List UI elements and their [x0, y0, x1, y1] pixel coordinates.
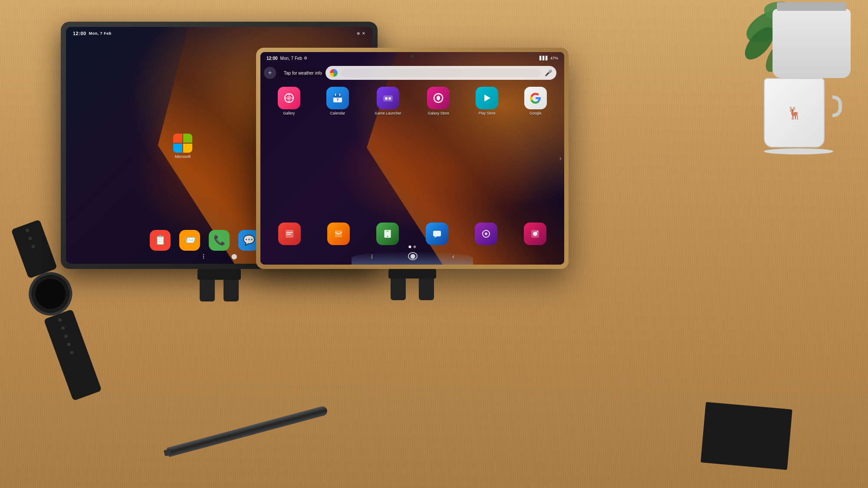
dock-app-1[interactable]: 📋	[150, 230, 171, 251]
svg-point-9	[287, 96, 291, 100]
status-bar-large: 12:00 Mon, 7 Feb ⊕ ✕	[66, 27, 372, 40]
google-g-logo	[330, 69, 338, 77]
svg-marker-25	[484, 95, 490, 102]
status-date-large: Mon, 7 Feb	[89, 31, 112, 36]
svg-point-37	[537, 231, 538, 233]
page-dot-small-2	[414, 246, 416, 248]
svg-point-36	[533, 232, 537, 236]
dock-icon-phone	[376, 223, 399, 245]
gallery-icon	[278, 87, 300, 109]
google-icon	[524, 87, 547, 109]
calendar-icon: 7	[326, 87, 349, 109]
dock-app-red[interactable]	[278, 223, 301, 245]
dock-app-purple[interactable]	[475, 223, 497, 245]
svg-point-29	[387, 236, 388, 237]
svg-rect-15	[333, 95, 342, 98]
svg-rect-19	[383, 95, 393, 102]
svg-rect-27	[286, 232, 293, 233]
microsoft-icon	[173, 134, 192, 153]
status-icons-small: ▋▋▋ 47%	[539, 56, 558, 60]
wifi-icon-large: ⊕	[357, 31, 360, 36]
nav-recents-large[interactable]: ⫶	[202, 252, 205, 260]
dock-app-phone[interactable]	[376, 223, 399, 245]
dock-app-pink[interactable]	[524, 223, 546, 245]
microsoft-label: Microsoft	[175, 154, 191, 159]
playstore-icon	[476, 87, 498, 109]
battery-icon-small: 47%	[550, 56, 558, 60]
coffee-cup: 🦌	[764, 78, 833, 156]
playstore-label: Play Store	[479, 111, 496, 115]
notebook	[700, 402, 792, 470]
app-grid-row1: Gallery 7 Calendar Game Launcher	[265, 87, 560, 115]
nav-bar-small: ⫶ ⬤ ‹	[260, 252, 564, 260]
dock-app-orange[interactable]	[327, 223, 350, 245]
search-input-bar[interactable]	[341, 69, 541, 77]
page-indicators-small	[409, 246, 416, 248]
svg-rect-30	[386, 231, 389, 232]
svg-rect-28	[286, 234, 291, 235]
svg-marker-32	[434, 236, 437, 238]
stand-large	[197, 269, 241, 299]
app-gallery[interactable]: Gallery	[278, 87, 300, 115]
dock-app-2[interactable]: 📨	[179, 230, 200, 251]
status-icons-large: ⊕ ✕	[357, 31, 365, 36]
weather-text: Tap for weather info	[279, 69, 326, 77]
app-calendar[interactable]: 7 Calendar	[326, 87, 349, 115]
signal-icon-large: ✕	[362, 31, 365, 36]
dock-icon-orange	[327, 223, 350, 245]
google-search-bar[interactable]: 🎤	[326, 66, 556, 80]
nav-home-small[interactable]: ⬤	[408, 252, 418, 260]
chevron-right-icon: ›	[559, 154, 562, 162]
dock-app-3[interactable]: 📞	[209, 230, 230, 251]
app-google[interactable]: Google	[524, 87, 547, 115]
status-time-large: 12:00	[73, 31, 86, 36]
plant-pot	[773, 9, 851, 78]
dock-icon-messages	[426, 223, 448, 245]
dock-app-messages[interactable]	[426, 223, 448, 245]
stand-small	[388, 269, 436, 304]
svg-point-34	[485, 233, 487, 235]
status-bar-small: 12:00 Mon, 7 Feb ⚙ ▋▋▋ 47%	[260, 52, 564, 64]
dock-icon-pink	[524, 223, 546, 245]
weather-widget[interactable]: + Tap for weather info	[264, 67, 326, 79]
galaxystore-label: Galaxy Store	[428, 111, 449, 115]
app-gamelauncher[interactable]: Game Launcher	[375, 87, 401, 115]
status-time-small: 12:00	[266, 56, 278, 61]
gamelauncher-label: Game Launcher	[375, 111, 401, 115]
gamelauncher-icon	[377, 87, 399, 109]
tablet-small: 12:00 Mon, 7 Feb ⚙ ▋▋▋ 47% + Tap for wea…	[256, 48, 569, 269]
mic-icon[interactable]: 🎤	[545, 69, 552, 76]
app-dock-small	[265, 223, 560, 245]
google-label: Google	[529, 111, 541, 115]
svg-text:7: 7	[337, 98, 339, 102]
dock-icon-red	[278, 223, 301, 245]
app-playstore[interactable]: Play Store	[476, 87, 498, 115]
page-dot-small-1	[409, 246, 411, 248]
svg-point-21	[388, 97, 391, 100]
gallery-label: Gallery	[283, 111, 295, 115]
front-camera	[411, 55, 414, 58]
signal-icon-small: ▋▋▋	[539, 56, 549, 60]
nav-back-small[interactable]: ‹	[452, 253, 454, 260]
nav-recents-small[interactable]: ⫶	[370, 253, 373, 260]
calendar-label: Calendar	[330, 111, 345, 115]
microsoft-app[interactable]: Microsoft	[173, 134, 192, 159]
galaxystore-icon	[427, 87, 450, 109]
app-galaxystore[interactable]: Galaxy Store	[427, 87, 450, 115]
nav-home-large[interactable]: ⬤	[231, 253, 237, 259]
dock-icon-purple	[475, 223, 497, 245]
svg-rect-31	[433, 231, 441, 236]
weather-plus-icon: +	[264, 67, 276, 79]
settings-icon-small: ⚙	[304, 56, 307, 60]
status-date-small: Mon, 7 Feb	[280, 56, 302, 61]
plant-decoration	[651, 0, 868, 152]
